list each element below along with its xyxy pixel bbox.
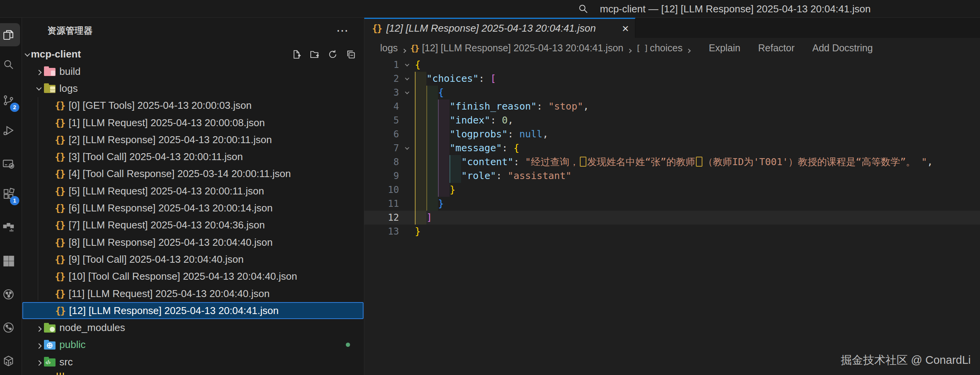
activity-search[interactable] [0,53,20,76]
console-icon [2,157,15,171]
token: 0 [502,115,508,126]
code-line[interactable]: 7 "message": { [364,141,980,155]
tree-item[interactable]: ⊕public [22,336,364,353]
code-line[interactable]: 10 } [364,183,980,197]
code-line[interactable]: 9 "role": "assistant" [364,169,980,183]
new-file-icon[interactable] [291,49,302,60]
tree-item[interactable]: {}[1] [LLM Request] 2025-04-13 20:00:08.… [22,114,364,131]
new-folder-icon[interactable] [309,49,320,60]
tab-active[interactable]: {} [12] [LLM Response] 2025-04-13 20:04:… [364,18,635,38]
code-editor[interactable]: 1{2 "choices": [3 {4 "finish_reason": "s… [364,58,980,238]
breadcrumb-actions: ExplainRefactorAdd Docstring [709,42,873,54]
tree-item[interactable]: {}[12] [LLM Response] 2025-04-13 20:04:4… [22,302,364,319]
tree-item[interactable]: {}[10] [Tool Call Response] 2025-04-13 2… [22,268,364,285]
tree-item[interactable]: {}[3] [Tool Call] 2025-04-13 20:00:11.js… [22,148,364,165]
tree-item[interactable]: build [22,63,364,80]
tree-item[interactable]: {}[9] [Tool Call] 2025-04-13 20:04:40.js… [22,251,364,268]
token: } [438,198,444,209]
token: : [490,115,502,126]
title-bar: mcp-client — [12] [LLM Response] 2025-04… [0,0,980,18]
f-src-folder-icon: ‹/› [44,357,56,367]
fold-chevron-icon[interactable] [405,62,409,66]
activity-grid[interactable] [0,249,20,272]
tree-item[interactable]: ‹/›src [22,353,364,370]
code-text: { [415,58,421,72]
fold-chevron-icon[interactable] [405,90,409,94]
token [415,128,450,140]
code-text: "logprobs": null, [415,127,548,141]
breadcrumb-action-add-docstring[interactable]: Add Docstring [812,42,873,54]
activity-git-circle[interactable] [0,316,20,339]
line-number: 11 [364,197,399,211]
json-file-icon: {} [55,237,65,248]
fold-chevron-icon[interactable] [405,145,409,150]
breadcrumb-action-refactor[interactable]: Refactor [758,42,794,54]
workspace-name: mcp-client [31,48,81,60]
explorer-sidebar: 资源管理器 ⋯ mcp-client buildlogs{}[0] [GET T… [22,18,364,375]
tree-item[interactable]: {}[7] [LLM Request] 2025-04-13 20:04:36.… [22,217,364,234]
tree-item[interactable]: {}[2] [LLM Response] 2025-04-13 20:00:11… [22,131,364,148]
chevron-slot [34,69,44,73]
tree-item[interactable]: {}[5] [LLM Request] 2025-04-13 20:00:11.… [22,182,364,199]
code-line[interactable]: 4 "finish_reason": "stop", [364,100,980,113]
more-actions-icon[interactable]: ⋯ [336,27,349,34]
tree-item-label: [5] [LLM Request] 2025-04-13 20:00:11.js… [69,185,264,197]
code-line[interactable]: 11 } [364,197,980,211]
tree-item[interactable]: {}[8] [LLM Response] 2025-04-13 20:04:40… [22,234,364,251]
tree-item-label: src [59,356,73,368]
tree-item-label: public [59,339,86,351]
token: （教师ID为'T001'）教授的课程是“高等数学”。 " [703,156,927,167]
token: "assistant" [508,170,572,181]
fold-slot [399,155,415,169]
fold-chevron-icon[interactable] [405,76,409,80]
activity-source-control[interactable]: 2 [0,89,20,112]
token: : [537,101,548,112]
close-icon[interactable]: × [622,24,629,34]
activity-blocks[interactable] [0,216,20,239]
activity-extensions[interactable]: 1 [0,182,20,205]
code-line[interactable]: 6 "logprobs": null, [364,127,980,141]
activity-remote-console[interactable] [0,152,20,176]
activity-run-debug[interactable] [0,119,20,142]
token [415,115,450,126]
activity-bar: 2 1 [0,18,22,375]
workspace-section[interactable]: mcp-client [22,46,364,63]
breadcrumb-action-explain[interactable]: Explain [709,42,740,54]
code-line[interactable]: 3 { [364,86,980,100]
code-text: "index": 0, [415,113,514,127]
tree-item[interactable]: {}[11] [LLM Request] 2025-04-13 20:04:40… [22,285,364,302]
tree-item[interactable]: {}[6] [LLM Response] 2025-04-13 20:00:14… [22,199,364,216]
code-line[interactable]: 2 "choices": [ [364,72,980,86]
line-number: 1 [364,58,399,72]
code-line[interactable]: 8 "content": "经过查询，发现姓名中姓“张”的教师（教师ID为'T0… [364,155,980,169]
tree-item-label: [11] [LLM Request] 2025-04-13 20:04:40.j… [69,288,269,300]
breadcrumb-node[interactable]: choices [650,42,683,54]
f-public-folder-icon: ⊕ [44,340,56,350]
code-line[interactable]: 1{ [364,58,980,72]
search-icon [578,3,589,15]
tree-item[interactable]: node_modules [22,319,364,336]
tree-item[interactable]: {}[4] [Tool Call Response] 2025-03-14 20… [22,166,364,182]
tree-item[interactable]: {}[0] [GET Tools] 2025-04-13 20:00:03.js… [22,97,364,114]
code-line[interactable]: 12 ] [364,211,980,225]
breadcrumb-folder[interactable]: logs [380,42,398,54]
line-number: 3 [364,86,399,100]
token: : [508,128,519,140]
tree-item-label: [9] [Tool Call] 2025-04-13 20:04:40.json [69,253,244,265]
tree-item[interactable]: logs [22,80,364,97]
code-line[interactable]: 13} [364,225,980,238]
breadcrumb-file[interactable]: [12] [LLM Response] 2025-04-13 20:04:41.… [422,42,623,54]
refresh-icon[interactable] [327,49,338,60]
json-file-icon: {} [55,134,65,145]
collapse-all-icon[interactable] [345,49,356,60]
token: , [927,156,933,167]
activity-explorer[interactable] [0,23,20,46]
chevron-slot [34,86,44,90]
activity-share[interactable] [0,283,20,306]
tree-item-label: node_modules [59,322,125,334]
chevron-down-icon [36,85,42,91]
code-line[interactable]: 5 "index": 0, [364,113,980,127]
folder-overlay-glyph [50,86,55,93]
token: "finish_reason" [450,101,537,112]
activity-cube-code[interactable] [0,350,20,373]
